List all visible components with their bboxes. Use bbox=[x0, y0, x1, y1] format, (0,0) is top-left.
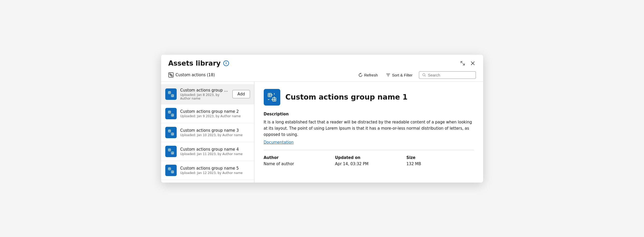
list-item-icon-4 bbox=[165, 165, 177, 176]
list-item-meta-2: Uploaded: Jan 10 2023, by Author name bbox=[180, 133, 250, 137]
list-item[interactable]: Custom actions group name 2 Uploaded: Ja… bbox=[161, 104, 254, 123]
refresh-button[interactable]: Refresh bbox=[356, 72, 380, 78]
size-value: 132 MB bbox=[406, 162, 474, 166]
title-group: Assets library i bbox=[168, 59, 229, 67]
detail-meta-grid: Author Name of author Updated on Apr 14,… bbox=[264, 155, 474, 166]
sort-filter-button[interactable]: Sort & Filter bbox=[384, 72, 414, 78]
list-item[interactable]: Custom actions group name 3 Uploaded: Ja… bbox=[161, 123, 254, 142]
detail-panel: Custom actions group name 1 Description … bbox=[254, 82, 483, 183]
assets-library-modal: Assets library i bbox=[161, 55, 483, 183]
list-item-name-4: Custom actions group name 5 bbox=[180, 166, 250, 171]
author-value: Name of author bbox=[264, 162, 331, 166]
list-item-name-0: Custom actions group name 1 bbox=[180, 88, 229, 93]
author-col: Author Name of author bbox=[264, 155, 331, 166]
modal-header: Assets library i bbox=[161, 55, 483, 70]
search-input[interactable] bbox=[428, 73, 473, 77]
close-button[interactable] bbox=[470, 60, 476, 66]
toolbar-left: Custom actions (18) bbox=[168, 72, 356, 78]
updated-value: Apr 14, 03:32 PM bbox=[335, 162, 402, 166]
list-item-name-2: Custom actions group name 3 bbox=[180, 128, 250, 133]
detail-icon bbox=[264, 89, 280, 106]
toolbar: Custom actions (18) Refresh Sort & Filte… bbox=[161, 70, 483, 82]
list-item-info-1: Custom actions group name 2 Uploaded: Ja… bbox=[180, 109, 250, 118]
list-item-icon-2 bbox=[165, 127, 177, 138]
custom-actions-icon bbox=[168, 72, 174, 78]
toolbar-right: Refresh Sort & Filter bbox=[356, 71, 476, 79]
list-panel: Custom actions group name 1 Uploaded: Ja… bbox=[161, 82, 254, 183]
list-item-icon-1 bbox=[165, 108, 177, 119]
list-item-meta-4: Uploaded: Jan 12 2023, by Author name bbox=[180, 171, 250, 175]
detail-header: Custom actions group name 1 bbox=[264, 89, 474, 106]
description-text: It is a long established fact that a rea… bbox=[264, 119, 474, 138]
section-label: Custom actions (18) bbox=[176, 73, 215, 77]
size-label: Size bbox=[406, 155, 474, 160]
search-icon bbox=[422, 73, 426, 77]
detail-divider bbox=[264, 150, 474, 150]
list-item-info-2: Custom actions group name 3 Uploaded: Ja… bbox=[180, 128, 250, 137]
content-area: Custom actions group name 1 Uploaded: Ja… bbox=[161, 82, 483, 183]
list-item-meta-3: Uploaded: Jan 11 2023, by Author name bbox=[180, 152, 250, 156]
list-item-info-0: Custom actions group name 1 Uploaded: Ja… bbox=[180, 88, 229, 100]
section-label-group: Custom actions (18) bbox=[168, 72, 215, 78]
detail-icon-svg bbox=[267, 92, 277, 102]
add-button[interactable]: Add bbox=[232, 90, 250, 98]
updated-label: Updated on bbox=[335, 155, 402, 160]
list-item-name-3: Custom actions group name 4 bbox=[180, 147, 250, 152]
documentation-link[interactable]: Documentation bbox=[264, 140, 294, 145]
author-label: Author bbox=[264, 155, 331, 160]
description-label: Description bbox=[264, 112, 474, 116]
size-col: Size 132 MB bbox=[406, 155, 474, 166]
list-item[interactable]: Custom actions group name 4 Uploaded: Ja… bbox=[161, 142, 254, 161]
expand-button[interactable] bbox=[459, 60, 466, 67]
sort-filter-label: Sort & Filter bbox=[392, 73, 412, 77]
info-icon[interactable]: i bbox=[223, 60, 229, 66]
list-item-info-4: Custom actions group name 5 Uploaded: Ja… bbox=[180, 166, 250, 175]
refresh-label: Refresh bbox=[364, 73, 378, 77]
list-item-icon-3 bbox=[165, 146, 177, 157]
list-item-meta-1: Uploaded: Jan 9 2023, by Author name bbox=[180, 114, 250, 118]
list-item-info-3: Custom actions group name 4 Uploaded: Ja… bbox=[180, 147, 250, 156]
window-controls bbox=[459, 60, 476, 67]
search-box[interactable] bbox=[419, 71, 476, 79]
list-item-icon-0 bbox=[165, 88, 177, 100]
list-item[interactable]: Custom actions group name 5 Uploaded: Ja… bbox=[161, 161, 254, 180]
list-item-meta-0: Uploaded: Jan 8 2023, by Author name bbox=[180, 93, 229, 100]
list-item-name-1: Custom actions group name 2 bbox=[180, 109, 250, 114]
updated-col: Updated on Apr 14, 03:32 PM bbox=[335, 155, 402, 166]
modal-title: Assets library bbox=[168, 59, 221, 67]
svg-rect-2 bbox=[171, 75, 173, 76]
svg-rect-1 bbox=[169, 73, 171, 75]
list-item[interactable]: Custom actions group name 1 Uploaded: Ja… bbox=[161, 84, 254, 104]
detail-title: Custom actions group name 1 bbox=[285, 93, 408, 101]
